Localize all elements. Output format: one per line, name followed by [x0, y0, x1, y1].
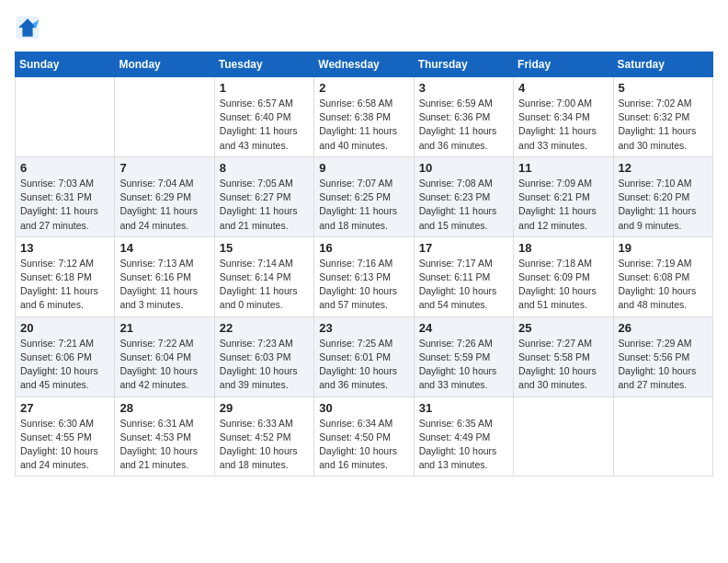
- day-number: 23: [319, 321, 408, 335]
- day-info: Sunrise: 7:00 AMSunset: 6:34 PMDaylight:…: [518, 97, 608, 153]
- day-info: Sunrise: 7:14 AMSunset: 6:14 PMDaylight:…: [220, 257, 309, 313]
- calendar-cell: 29Sunrise: 6:33 AMSunset: 4:52 PMDayligh…: [214, 396, 313, 477]
- day-info: Sunrise: 7:12 AMSunset: 6:18 PMDaylight:…: [20, 257, 109, 313]
- day-info: Sunrise: 7:18 AMSunset: 6:09 PMDaylight:…: [518, 257, 608, 313]
- day-info: Sunrise: 6:58 AMSunset: 6:38 PMDaylight:…: [319, 97, 408, 153]
- day-number: 19: [619, 241, 708, 255]
- day-info: Sunrise: 7:27 AMSunset: 5:58 PMDaylight:…: [518, 337, 608, 393]
- day-info: Sunrise: 6:57 AMSunset: 6:40 PMDaylight:…: [220, 97, 309, 153]
- calendar-cell: 16Sunrise: 7:16 AMSunset: 6:13 PMDayligh…: [314, 236, 414, 316]
- calendar-cell: 17Sunrise: 7:17 AMSunset: 6:11 PMDayligh…: [414, 236, 513, 316]
- day-number: 2: [319, 81, 408, 95]
- day-number: 18: [518, 241, 608, 255]
- calendar-cell: 2Sunrise: 6:58 AMSunset: 6:38 PMDaylight…: [314, 77, 414, 157]
- calendar-cell: 9Sunrise: 7:07 AMSunset: 6:25 PMDaylight…: [314, 156, 414, 236]
- day-number: 3: [419, 81, 508, 95]
- calendar-table: SundayMondayTuesdayWednesdayThursdayFrid…: [15, 52, 713, 477]
- day-info: Sunrise: 7:02 AMSunset: 6:32 PMDaylight:…: [619, 97, 708, 153]
- day-info: Sunrise: 6:34 AMSunset: 4:50 PMDaylight:…: [319, 417, 408, 473]
- day-info: Sunrise: 7:21 AMSunset: 6:06 PMDaylight:…: [20, 337, 109, 393]
- day-info: Sunrise: 6:33 AMSunset: 4:52 PMDaylight:…: [220, 417, 309, 473]
- calendar-cell: [115, 77, 214, 157]
- day-number: 4: [518, 81, 608, 95]
- calendar-cell: 6Sunrise: 7:03 AMSunset: 6:31 PMDaylight…: [16, 156, 115, 236]
- calendar-cell: 28Sunrise: 6:31 AMSunset: 4:53 PMDayligh…: [115, 396, 214, 477]
- day-info: Sunrise: 7:22 AMSunset: 6:04 PMDaylight:…: [119, 337, 209, 393]
- day-number: 28: [119, 401, 209, 415]
- calendar-cell: 21Sunrise: 7:22 AMSunset: 6:04 PMDayligh…: [115, 316, 214, 396]
- calendar-cell: 22Sunrise: 7:23 AMSunset: 6:03 PMDayligh…: [214, 316, 313, 396]
- day-number: 17: [419, 241, 508, 255]
- day-info: Sunrise: 7:05 AMSunset: 6:27 PMDaylight:…: [220, 177, 309, 233]
- calendar-cell: 26Sunrise: 7:29 AMSunset: 5:56 PMDayligh…: [613, 316, 712, 396]
- logo-icon: [15, 15, 40, 40]
- day-number: 8: [220, 161, 309, 175]
- day-number: 1: [220, 81, 309, 95]
- dow-header-monday: Monday: [115, 52, 214, 77]
- day-info: Sunrise: 7:03 AMSunset: 6:31 PMDaylight:…: [20, 177, 109, 233]
- calendar-cell: 14Sunrise: 7:13 AMSunset: 6:16 PMDayligh…: [115, 236, 214, 316]
- calendar-cell: 25Sunrise: 7:27 AMSunset: 5:58 PMDayligh…: [514, 316, 613, 396]
- day-number: 11: [518, 161, 608, 175]
- day-info: Sunrise: 7:13 AMSunset: 6:16 PMDaylight:…: [119, 257, 209, 313]
- day-number: 16: [319, 241, 408, 255]
- day-info: Sunrise: 7:25 AMSunset: 6:01 PMDaylight:…: [319, 337, 408, 393]
- calendar-cell: 4Sunrise: 7:00 AMSunset: 6:34 PMDaylight…: [514, 77, 613, 157]
- calendar-cell: 5Sunrise: 7:02 AMSunset: 6:32 PMDaylight…: [613, 77, 712, 157]
- calendar-cell: 27Sunrise: 6:30 AMSunset: 4:55 PMDayligh…: [16, 396, 115, 477]
- day-info: Sunrise: 7:08 AMSunset: 6:23 PMDaylight:…: [419, 177, 508, 233]
- calendar-cell: 13Sunrise: 7:12 AMSunset: 6:18 PMDayligh…: [16, 236, 115, 316]
- day-info: Sunrise: 7:10 AMSunset: 6:20 PMDaylight:…: [619, 177, 708, 233]
- calendar-cell: 8Sunrise: 7:05 AMSunset: 6:27 PMDaylight…: [214, 156, 313, 236]
- day-number: 27: [20, 401, 109, 415]
- day-number: 13: [20, 241, 109, 255]
- dow-header-sunday: Sunday: [16, 52, 115, 77]
- day-info: Sunrise: 6:31 AMSunset: 4:53 PMDaylight:…: [119, 417, 209, 473]
- calendar-cell: 30Sunrise: 6:34 AMSunset: 4:50 PMDayligh…: [314, 396, 414, 477]
- day-number: 22: [220, 321, 309, 335]
- calendar-cell: 23Sunrise: 7:25 AMSunset: 6:01 PMDayligh…: [314, 316, 414, 396]
- day-number: 9: [319, 161, 408, 175]
- day-number: 30: [319, 401, 408, 415]
- day-number: 21: [119, 321, 209, 335]
- day-info: Sunrise: 6:59 AMSunset: 6:36 PMDaylight:…: [419, 97, 508, 153]
- calendar-cell: 15Sunrise: 7:14 AMSunset: 6:14 PMDayligh…: [214, 236, 313, 316]
- day-number: 10: [419, 161, 508, 175]
- day-number: 5: [619, 81, 708, 95]
- day-number: 20: [20, 321, 109, 335]
- day-info: Sunrise: 7:17 AMSunset: 6:11 PMDaylight:…: [419, 257, 508, 313]
- day-number: 7: [119, 161, 209, 175]
- day-info: Sunrise: 6:35 AMSunset: 4:49 PMDaylight:…: [419, 417, 508, 473]
- calendar-cell: [514, 396, 613, 477]
- calendar-cell: 1Sunrise: 6:57 AMSunset: 6:40 PMDaylight…: [214, 77, 313, 157]
- day-number: 25: [518, 321, 608, 335]
- day-number: 31: [419, 401, 508, 415]
- calendar-cell: 24Sunrise: 7:26 AMSunset: 5:59 PMDayligh…: [414, 316, 513, 396]
- day-info: Sunrise: 7:04 AMSunset: 6:29 PMDaylight:…: [119, 177, 209, 233]
- calendar-cell: 19Sunrise: 7:19 AMSunset: 6:08 PMDayligh…: [613, 236, 712, 316]
- day-info: Sunrise: 7:23 AMSunset: 6:03 PMDaylight:…: [220, 337, 309, 393]
- calendar-cell: [613, 396, 712, 477]
- day-number: 12: [619, 161, 708, 175]
- calendar-cell: 3Sunrise: 6:59 AMSunset: 6:36 PMDaylight…: [414, 77, 513, 157]
- calendar-cell: 20Sunrise: 7:21 AMSunset: 6:06 PMDayligh…: [16, 316, 115, 396]
- day-info: Sunrise: 7:16 AMSunset: 6:13 PMDaylight:…: [319, 257, 408, 313]
- day-info: Sunrise: 7:07 AMSunset: 6:25 PMDaylight:…: [319, 177, 408, 233]
- logo: [15, 15, 44, 40]
- dow-header-saturday: Saturday: [613, 52, 712, 77]
- day-info: Sunrise: 6:30 AMSunset: 4:55 PMDaylight:…: [20, 417, 109, 473]
- day-number: 24: [419, 321, 508, 335]
- dow-header-wednesday: Wednesday: [314, 52, 414, 77]
- calendar-cell: 31Sunrise: 6:35 AMSunset: 4:49 PMDayligh…: [414, 396, 513, 477]
- day-number: 14: [119, 241, 209, 255]
- day-number: 6: [20, 161, 109, 175]
- day-info: Sunrise: 7:19 AMSunset: 6:08 PMDaylight:…: [619, 257, 708, 313]
- day-number: 15: [220, 241, 309, 255]
- day-info: Sunrise: 7:29 AMSunset: 5:56 PMDaylight:…: [619, 337, 708, 393]
- day-number: 29: [220, 401, 309, 415]
- calendar-cell: [16, 77, 115, 157]
- day-info: Sunrise: 7:09 AMSunset: 6:21 PMDaylight:…: [518, 177, 608, 233]
- dow-header-friday: Friday: [514, 52, 613, 77]
- calendar-cell: 7Sunrise: 7:04 AMSunset: 6:29 PMDaylight…: [115, 156, 214, 236]
- page-header: [15, 15, 713, 40]
